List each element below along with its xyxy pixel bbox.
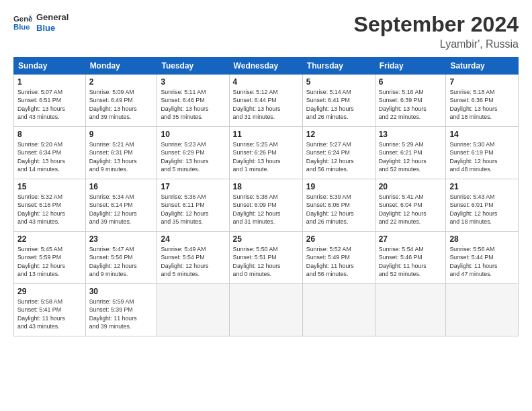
- logo-icon: General Blue: [13, 13, 32, 32]
- day-number: 10: [161, 130, 225, 139]
- calendar-cell: 24Sunrise: 5:49 AMSunset: 5:54 PMDayligh…: [157, 232, 229, 284]
- weekday-header-sunday: Sunday: [14, 58, 86, 75]
- day-info: Sunrise: 5:34 AMSunset: 6:14 PMDaylight:…: [89, 193, 154, 226]
- day-info: Sunrise: 5:14 AMSunset: 6:41 PMDaylight:…: [306, 88, 371, 121]
- calendar-cell: 21Sunrise: 5:43 AMSunset: 6:01 PMDayligh…: [446, 179, 519, 232]
- calendar-cell: 20Sunrise: 5:41 AMSunset: 6:04 PMDayligh…: [375, 179, 446, 232]
- weekday-header-tuesday: Tuesday: [157, 58, 229, 75]
- day-info: Sunrise: 5:11 AMSunset: 6:46 PMDaylight:…: [161, 88, 225, 121]
- day-info: Sunrise: 5:21 AMSunset: 6:31 PMDaylight:…: [89, 140, 154, 173]
- week-row-3: 15Sunrise: 5:32 AMSunset: 6:16 PMDayligh…: [14, 179, 519, 232]
- day-info: Sunrise: 5:49 AMSunset: 5:54 PMDaylight:…: [161, 245, 225, 278]
- day-number: 4: [233, 77, 299, 87]
- weekday-header-wednesday: Wednesday: [229, 58, 302, 75]
- calendar-table: SundayMondayTuesdayWednesdayThursdayFrid…: [13, 57, 519, 336]
- week-row-2: 8Sunrise: 5:20 AMSunset: 6:34 PMDaylight…: [14, 127, 519, 179]
- calendar-cell: 27Sunrise: 5:54 AMSunset: 5:46 PMDayligh…: [375, 232, 446, 284]
- day-number: 25: [233, 234, 299, 244]
- day-number: 6: [379, 77, 443, 87]
- day-number: 13: [379, 130, 443, 139]
- svg-text:Blue: Blue: [13, 22, 30, 30]
- calendar-cell: 16Sunrise: 5:34 AMSunset: 6:14 PMDayligh…: [85, 179, 157, 232]
- calendar-cell: 19Sunrise: 5:39 AMSunset: 6:06 PMDayligh…: [302, 179, 375, 232]
- calendar-cell: 18Sunrise: 5:38 AMSunset: 6:09 PMDayligh…: [229, 179, 302, 232]
- calendar-cell: [229, 284, 302, 336]
- day-info: Sunrise: 5:50 AMSunset: 5:51 PMDaylight:…: [233, 245, 299, 278]
- day-number: 28: [449, 234, 515, 244]
- calendar-cell: 28Sunrise: 5:56 AMSunset: 5:44 PMDayligh…: [446, 232, 519, 284]
- calendar-cell: 3Sunrise: 5:11 AMSunset: 6:46 PMDaylight…: [157, 75, 229, 127]
- title-block: September 2024 Lyambir', Russia: [354, 12, 519, 50]
- week-row-5: 29Sunrise: 5:58 AMSunset: 5:41 PMDayligh…: [14, 284, 519, 336]
- weekday-header-saturday: Saturday: [446, 58, 519, 75]
- day-number: 8: [17, 130, 82, 139]
- day-number: 22: [17, 234, 82, 244]
- day-number: 1: [17, 77, 82, 87]
- calendar-header-row: SundayMondayTuesdayWednesdayThursdayFrid…: [14, 58, 519, 75]
- day-number: 17: [161, 182, 225, 191]
- day-info: Sunrise: 5:25 AMSunset: 6:26 PMDaylight:…: [233, 140, 299, 173]
- calendar-cell: 1Sunrise: 5:07 AMSunset: 6:51 PMDaylight…: [14, 75, 86, 127]
- day-info: Sunrise: 5:30 AMSunset: 6:19 PMDaylight:…: [449, 140, 515, 173]
- day-number: 19: [306, 182, 371, 191]
- day-number: 11: [233, 130, 299, 139]
- location-subtitle: Lyambir', Russia: [354, 38, 519, 50]
- calendar-cell: 10Sunrise: 5:23 AMSunset: 6:29 PMDayligh…: [157, 127, 229, 179]
- calendar-cell: 13Sunrise: 5:29 AMSunset: 6:21 PMDayligh…: [375, 127, 446, 179]
- calendar-cell: 23Sunrise: 5:47 AMSunset: 5:56 PMDayligh…: [85, 232, 157, 284]
- day-info: Sunrise: 5:45 AMSunset: 5:59 PMDaylight:…: [17, 245, 82, 278]
- calendar-cell: 12Sunrise: 5:27 AMSunset: 6:24 PMDayligh…: [302, 127, 375, 179]
- calendar-cell: 30Sunrise: 5:59 AMSunset: 5:39 PMDayligh…: [85, 284, 157, 336]
- week-row-4: 22Sunrise: 5:45 AMSunset: 5:59 PMDayligh…: [14, 232, 519, 284]
- calendar-cell: [446, 284, 519, 336]
- day-number: 20: [379, 182, 443, 191]
- day-number: 30: [89, 287, 154, 296]
- calendar-cell: 9Sunrise: 5:21 AMSunset: 6:31 PMDaylight…: [85, 127, 157, 179]
- day-number: 3: [161, 77, 225, 87]
- day-number: 14: [449, 130, 515, 139]
- calendar-cell: [375, 284, 446, 336]
- day-info: Sunrise: 5:29 AMSunset: 6:21 PMDaylight:…: [379, 140, 443, 173]
- day-number: 27: [379, 234, 443, 244]
- day-info: Sunrise: 5:23 AMSunset: 6:29 PMDaylight:…: [161, 140, 225, 173]
- calendar-cell: 2Sunrise: 5:09 AMSunset: 6:49 PMDaylight…: [85, 75, 157, 127]
- logo-line2: Blue: [36, 23, 69, 34]
- calendar-cell: 11Sunrise: 5:25 AMSunset: 6:26 PMDayligh…: [229, 127, 302, 179]
- calendar-cell: 29Sunrise: 5:58 AMSunset: 5:41 PMDayligh…: [14, 284, 86, 336]
- day-number: 24: [161, 234, 225, 244]
- day-info: Sunrise: 5:59 AMSunset: 5:39 PMDaylight:…: [89, 298, 154, 330]
- calendar-cell: [302, 284, 375, 336]
- calendar-cell: 4Sunrise: 5:12 AMSunset: 6:44 PMDaylight…: [229, 75, 302, 127]
- day-info: Sunrise: 5:12 AMSunset: 6:44 PMDaylight:…: [233, 88, 299, 121]
- calendar-cell: 17Sunrise: 5:36 AMSunset: 6:11 PMDayligh…: [157, 179, 229, 232]
- day-number: 5: [306, 77, 371, 87]
- day-number: 26: [306, 234, 371, 244]
- calendar-cell: 26Sunrise: 5:52 AMSunset: 5:49 PMDayligh…: [302, 232, 375, 284]
- day-info: Sunrise: 5:38 AMSunset: 6:09 PMDaylight:…: [233, 193, 299, 226]
- week-row-1: 1Sunrise: 5:07 AMSunset: 6:51 PMDaylight…: [14, 75, 519, 127]
- day-number: 29: [17, 287, 82, 296]
- weekday-header-friday: Friday: [375, 58, 446, 75]
- day-info: Sunrise: 5:07 AMSunset: 6:51 PMDaylight:…: [17, 88, 82, 121]
- day-info: Sunrise: 5:20 AMSunset: 6:34 PMDaylight:…: [17, 140, 82, 173]
- logo: General Blue General Blue: [13, 12, 69, 33]
- day-number: 15: [17, 182, 82, 191]
- day-number: 16: [89, 182, 154, 191]
- page: General Blue General Blue September 2024…: [0, 0, 532, 411]
- day-number: 9: [89, 130, 154, 139]
- calendar-cell: 25Sunrise: 5:50 AMSunset: 5:51 PMDayligh…: [229, 232, 302, 284]
- calendar-body: 1Sunrise: 5:07 AMSunset: 6:51 PMDaylight…: [14, 75, 519, 336]
- day-number: 2: [89, 77, 154, 87]
- day-info: Sunrise: 5:39 AMSunset: 6:06 PMDaylight:…: [306, 193, 371, 226]
- weekday-header-thursday: Thursday: [302, 58, 375, 75]
- weekday-header-monday: Monday: [85, 58, 157, 75]
- day-info: Sunrise: 5:16 AMSunset: 6:39 PMDaylight:…: [379, 88, 443, 121]
- day-info: Sunrise: 5:32 AMSunset: 6:16 PMDaylight:…: [17, 193, 82, 226]
- calendar-cell: 8Sunrise: 5:20 AMSunset: 6:34 PMDaylight…: [14, 127, 86, 179]
- day-number: 18: [233, 182, 299, 191]
- day-info: Sunrise: 5:58 AMSunset: 5:41 PMDaylight:…: [17, 298, 82, 330]
- day-number: 21: [449, 182, 515, 191]
- calendar-cell: 15Sunrise: 5:32 AMSunset: 6:16 PMDayligh…: [14, 179, 86, 232]
- day-info: Sunrise: 5:41 AMSunset: 6:04 PMDaylight:…: [379, 193, 443, 226]
- day-number: 7: [449, 77, 515, 87]
